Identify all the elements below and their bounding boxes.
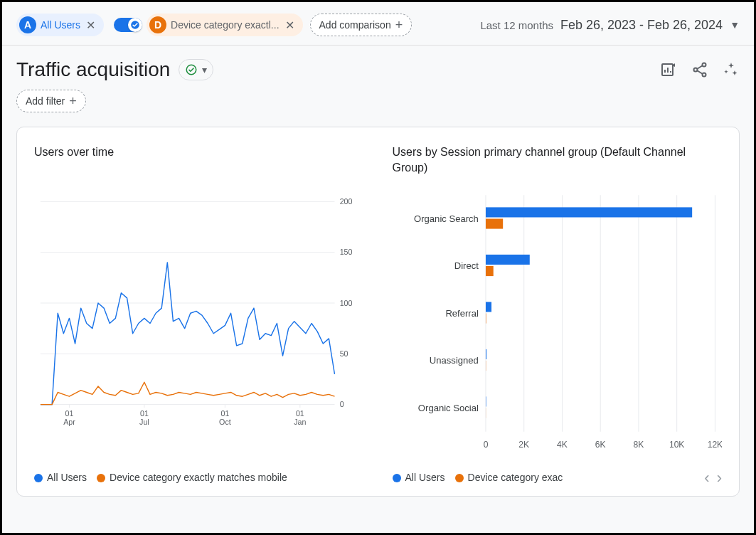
svg-rect-55: [485, 396, 486, 406]
panel-title-left: Users over time: [34, 144, 364, 160]
svg-text:2K: 2K: [518, 440, 529, 450]
svg-text:01: 01: [65, 409, 74, 418]
svg-text:0: 0: [340, 401, 344, 409]
panel-title-right: Users by Session primary channel group (…: [393, 144, 723, 176]
svg-text:100: 100: [340, 299, 353, 307]
svg-text:Unassigned: Unassigned: [429, 355, 478, 366]
legend-item[interactable]: Device category exac: [455, 472, 563, 483]
add-filter-button[interactable]: Add filter +: [16, 90, 86, 112]
svg-text:Organic Social: Organic Social: [417, 402, 478, 413]
bar-chart-users-by-channel[interactable]: 02K4K6K8K10K12KOrganic SearchDirectRefer…: [393, 182, 723, 466]
svg-text:01: 01: [140, 409, 149, 418]
segment-toggle[interactable]: [114, 18, 142, 32]
panel-users-by-channel: Users by Session primary channel group (…: [393, 144, 723, 483]
plus-icon: +: [395, 18, 403, 31]
legend-item[interactable]: All Users: [393, 472, 445, 483]
segment-chip-all-users[interactable]: A All Users ✕: [16, 14, 104, 36]
filter-row: Add filter +: [2, 87, 754, 127]
svg-text:01: 01: [220, 409, 229, 418]
svg-text:Jan: Jan: [294, 418, 306, 427]
date-range-picker[interactable]: Last 12 months Feb 26, 2023 - Feb 26, 20…: [480, 18, 740, 33]
svg-rect-47: [485, 266, 493, 276]
svg-rect-43: [485, 207, 691, 217]
svg-text:8K: 8K: [633, 440, 644, 450]
add-comparison-label: Add comparison: [319, 19, 391, 31]
svg-rect-49: [485, 302, 491, 312]
svg-rect-46: [485, 255, 529, 265]
svg-text:150: 150: [340, 248, 353, 257]
svg-text:Organic Search: Organic Search: [414, 213, 479, 223]
svg-text:6K: 6K: [595, 440, 605, 450]
legend-left: All Users Device category exactly matche…: [34, 472, 364, 483]
legend-item[interactable]: Device category exactly matches mobile: [97, 472, 287, 483]
svg-text:01: 01: [296, 409, 304, 418]
legend-right: All Users Device category exac ‹ ›: [393, 472, 723, 483]
svg-text:0: 0: [483, 440, 488, 450]
add-comparison-button[interactable]: Add comparison +: [310, 14, 412, 36]
svg-text:50: 50: [340, 349, 348, 358]
chevron-left-icon[interactable]: ‹: [704, 472, 709, 483]
svg-text:Jul: Jul: [139, 418, 149, 427]
svg-text:10K: 10K: [669, 440, 684, 450]
check-circle-icon: [185, 63, 198, 76]
plus-icon: +: [69, 95, 77, 107]
toggle-knob: [128, 18, 142, 32]
close-icon[interactable]: ✕: [284, 18, 296, 32]
line-chart-users-over-time[interactable]: 05010015020001Apr01Jul01Oct01Jan: [34, 166, 364, 466]
chevron-right-icon[interactable]: ›: [717, 472, 722, 483]
insights-icon[interactable]: [723, 61, 740, 78]
svg-point-1: [187, 65, 197, 75]
date-range-value: Feb 26, 2023 - Feb 26, 2024: [560, 18, 723, 33]
svg-text:200: 200: [340, 197, 353, 206]
segment-label-a: All Users: [41, 19, 80, 31]
date-range-preset: Last 12 months: [480, 19, 553, 31]
svg-text:Apr: Apr: [63, 418, 75, 427]
segment-chip-device-mobile[interactable]: D Device category exactl... ✕: [111, 14, 303, 36]
status-dropdown[interactable]: ▾: [179, 59, 213, 80]
panel-users-over-time: Users over time 05010015020001Apr01Jul01…: [34, 144, 364, 483]
svg-text:Referral: Referral: [445, 307, 479, 318]
segment-badge-d: D: [149, 16, 166, 33]
svg-text:Direct: Direct: [454, 260, 479, 271]
svg-text:12K: 12K: [707, 440, 722, 450]
customize-report-icon[interactable]: [660, 61, 677, 78]
segment-badge-a: A: [19, 16, 36, 33]
svg-rect-44: [485, 218, 502, 228]
title-row: Traffic acquisition ▾: [2, 46, 754, 87]
legend-item[interactable]: All Users: [34, 472, 87, 483]
segment-label-d: Device category exactl...: [171, 19, 279, 31]
svg-text:4K: 4K: [557, 440, 568, 450]
chevron-down-icon: ▾: [202, 64, 207, 75]
charts-card: Users over time 05010015020001Apr01Jul01…: [16, 127, 740, 497]
svg-rect-50: [485, 313, 486, 323]
chevron-down-icon: ▼: [730, 19, 740, 31]
add-filter-label: Add filter: [26, 95, 65, 107]
share-icon[interactable]: [691, 61, 708, 78]
report-action-icons: [660, 61, 740, 78]
svg-text:Oct: Oct: [219, 418, 231, 427]
page-title: Traffic acquisition: [16, 58, 170, 81]
svg-rect-52: [485, 349, 486, 359]
top-comparison-bar: A All Users ✕ D Device category exactl..…: [2, 2, 754, 46]
close-icon[interactable]: ✕: [85, 18, 97, 32]
